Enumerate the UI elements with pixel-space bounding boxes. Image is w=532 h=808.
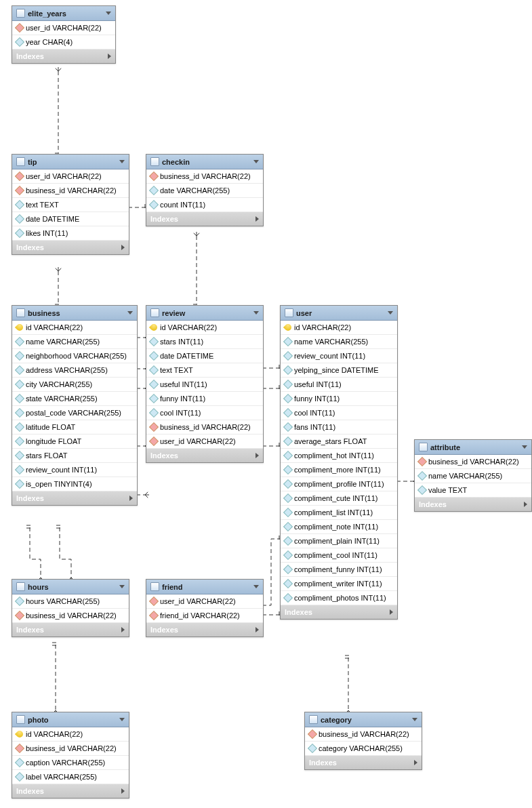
column-row[interactable]: compliment_hot INT(11) [281, 449, 397, 463]
table-header[interactable]: attribute [415, 440, 531, 455]
chevron-down-icon[interactable] [253, 311, 259, 315]
column-row[interactable]: business_id VARCHAR(22) [12, 184, 129, 198]
chevron-down-icon[interactable] [119, 160, 125, 163]
column-row[interactable]: text TEXT [146, 363, 263, 378]
column-row[interactable]: id VARCHAR(22) [146, 321, 263, 335]
table-tip[interactable]: tipuser_id VARCHAR(22)business_id VARCHA… [12, 154, 129, 255]
column-row[interactable]: cool INT(11) [281, 406, 397, 420]
table-hours[interactable]: hourshours VARCHAR(255)business_id VARCH… [12, 579, 129, 637]
table-business[interactable]: businessid VARCHAR(22)name VARCHAR(255)n… [12, 305, 138, 506]
column-row[interactable]: label VARCHAR(255) [12, 770, 129, 784]
chevron-right-icon[interactable] [129, 496, 133, 501]
column-row[interactable]: business_id VARCHAR(22) [415, 455, 531, 469]
chevron-right-icon[interactable] [255, 453, 259, 458]
column-row[interactable]: name VARCHAR(255) [12, 335, 137, 349]
column-row[interactable]: review_count INT(11) [281, 349, 397, 363]
column-row[interactable]: business_id VARCHAR(22) [12, 609, 129, 623]
column-row[interactable]: caption VARCHAR(255) [12, 756, 129, 770]
column-row[interactable]: latitude FLOAT [12, 420, 137, 435]
chevron-down-icon[interactable] [253, 585, 259, 588]
column-row[interactable]: yelping_since DATETIME [281, 363, 397, 378]
chevron-right-icon[interactable] [255, 216, 259, 222]
chevron-down-icon[interactable] [412, 718, 417, 721]
table-header[interactable]: photo [12, 712, 129, 727]
column-row[interactable]: state VARCHAR(255) [12, 392, 137, 406]
column-row[interactable]: longitude FLOAT [12, 435, 137, 449]
column-row[interactable]: useful INT(11) [281, 378, 397, 392]
column-row[interactable]: funny INT(11) [281, 392, 397, 406]
indexes-section[interactable]: Indexes [12, 49, 115, 63]
column-row[interactable]: business_id VARCHAR(22) [146, 420, 263, 435]
column-row[interactable]: average_stars FLOAT [281, 435, 397, 449]
column-row[interactable]: friend_id VARCHAR(22) [146, 609, 263, 623]
indexes-section[interactable]: Indexes [12, 491, 137, 505]
column-row[interactable]: compliment_writer INT(11) [281, 577, 397, 591]
column-row[interactable]: compliment_cute INT(11) [281, 491, 397, 506]
table-attribute[interactable]: attributebusiness_id VARCHAR(22)name VAR… [414, 439, 532, 512]
table-header[interactable]: hours [12, 580, 129, 594]
column-row[interactable]: compliment_note INT(11) [281, 520, 397, 534]
chevron-down-icon[interactable] [253, 160, 259, 163]
column-row[interactable]: city VARCHAR(255) [12, 378, 137, 392]
indexes-section[interactable]: Indexes [12, 623, 129, 637]
column-row[interactable]: date DATETIME [146, 349, 263, 363]
column-row[interactable]: date VARCHAR(255) [146, 184, 263, 198]
table-category[interactable]: categorybusiness_id VARCHAR(22)category … [304, 712, 422, 770]
column-row[interactable]: useful INT(11) [146, 378, 263, 392]
chevron-right-icon[interactable] [108, 54, 111, 59]
chevron-down-icon[interactable] [106, 12, 111, 15]
column-row[interactable]: neighborhood VARCHAR(255) [12, 349, 137, 363]
column-row[interactable]: fans INT(11) [281, 420, 397, 435]
column-row[interactable]: compliment_more INT(11) [281, 463, 397, 477]
column-row[interactable]: address VARCHAR(255) [12, 363, 137, 378]
chevron-right-icon[interactable] [390, 609, 393, 615]
column-row[interactable]: user_id VARCHAR(22) [12, 169, 129, 184]
chevron-down-icon[interactable] [522, 445, 527, 449]
column-row[interactable]: compliment_list INT(11) [281, 506, 397, 520]
indexes-section[interactable]: Indexes [305, 756, 422, 769]
table-review[interactable]: reviewid VARCHAR(22)stars INT(11)date DA… [146, 305, 264, 463]
column-row[interactable]: funny INT(11) [146, 392, 263, 406]
column-row[interactable]: name VARCHAR(255) [415, 469, 531, 483]
column-row[interactable]: id VARCHAR(22) [12, 727, 129, 742]
chevron-down-icon[interactable] [119, 718, 125, 721]
indexes-section[interactable]: Indexes [12, 241, 129, 254]
table-header[interactable]: business [12, 306, 137, 321]
column-row[interactable]: user_id VARCHAR(22) [146, 435, 263, 449]
column-row[interactable]: business_id VARCHAR(22) [12, 742, 129, 756]
chevron-down-icon[interactable] [388, 311, 393, 315]
column-row[interactable]: text TEXT [12, 198, 129, 212]
chevron-right-icon[interactable] [121, 788, 125, 794]
column-row[interactable]: postal_code VARCHAR(255) [12, 406, 137, 420]
table-header[interactable]: friend [146, 580, 263, 594]
indexes-section[interactable]: Indexes [146, 449, 263, 462]
column-row[interactable]: compliment_cool INT(11) [281, 548, 397, 563]
indexes-section[interactable]: Indexes [12, 784, 129, 798]
table-header[interactable]: review [146, 306, 263, 321]
column-row[interactable]: value TEXT [415, 483, 531, 498]
table-elite_years[interactable]: elite_yearsuser_id VARCHAR(22)year CHAR(… [12, 5, 116, 64]
column-row[interactable]: count INT(11) [146, 198, 263, 212]
column-row[interactable]: is_open TINYINT(4) [12, 477, 137, 491]
column-row[interactable]: business_id VARCHAR(22) [305, 727, 422, 742]
table-header[interactable]: category [305, 712, 422, 727]
indexes-section[interactable]: Indexes [281, 605, 397, 619]
column-row[interactable]: user_id VARCHAR(22) [146, 594, 263, 609]
table-user[interactable]: userid VARCHAR(22)name VARCHAR(255)revie… [280, 305, 398, 620]
column-row[interactable]: date DATETIME [12, 212, 129, 226]
column-row[interactable]: name VARCHAR(255) [281, 335, 397, 349]
column-row[interactable]: review_count INT(11) [12, 463, 137, 477]
table-header[interactable]: checkin [146, 155, 263, 169]
table-checkin[interactable]: checkinbusiness_id VARCHAR(22)date VARCH… [146, 154, 264, 226]
table-friend[interactable]: frienduser_id VARCHAR(22)friend_id VARCH… [146, 579, 264, 637]
chevron-right-icon[interactable] [121, 245, 125, 250]
indexes-section[interactable]: Indexes [415, 498, 531, 511]
table-header[interactable]: tip [12, 155, 129, 169]
table-photo[interactable]: photoid VARCHAR(22)business_id VARCHAR(2… [12, 712, 129, 799]
column-row[interactable]: stars INT(11) [146, 335, 263, 349]
column-row[interactable]: likes INT(11) [12, 226, 129, 241]
column-row[interactable]: user_id VARCHAR(22) [12, 21, 115, 35]
column-row[interactable]: hours VARCHAR(255) [12, 594, 129, 609]
table-header[interactable]: elite_years [12, 6, 115, 21]
column-row[interactable]: compliment_photos INT(11) [281, 591, 397, 605]
